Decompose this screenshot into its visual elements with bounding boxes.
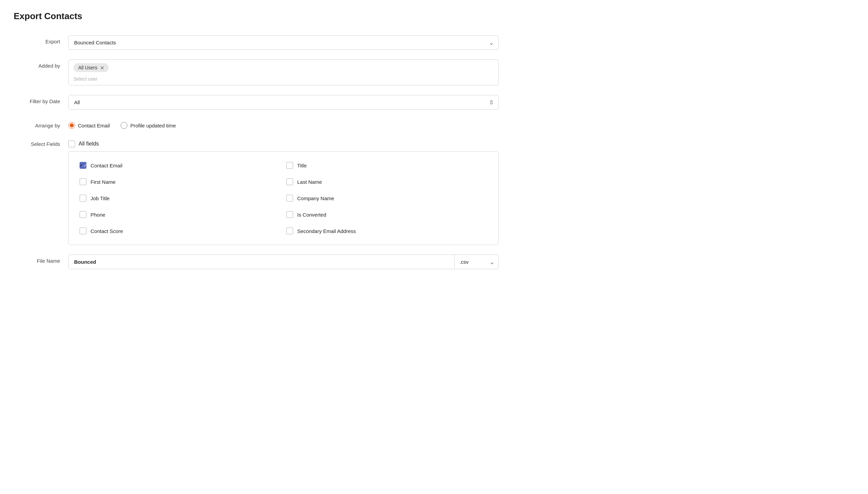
export-control: Bounced Contacts All Contacts Unsubscrib… bbox=[68, 35, 499, 50]
field-secondary-email-label: Secondary Email Address bbox=[297, 228, 356, 234]
arrange-by-label: Arrange by bbox=[14, 119, 68, 128]
select-user-placeholder: Select user bbox=[73, 76, 494, 82]
field-contact-email-checkbox[interactable]: ✓ bbox=[80, 162, 86, 169]
field-job-title: Job Title bbox=[77, 190, 284, 206]
select-fields-label: Select Fields bbox=[14, 138, 68, 147]
all-users-tag: All Users ✕ bbox=[73, 63, 109, 72]
field-first-name-label: First Name bbox=[91, 179, 115, 185]
field-first-name: First Name bbox=[77, 174, 284, 190]
field-contact-score-checkbox[interactable] bbox=[80, 228, 86, 234]
filter-date-select-wrapper: All Today This Week This Month Custom Ra… bbox=[68, 95, 499, 110]
added-by-label: Added by bbox=[14, 59, 68, 69]
extension-select[interactable]: .csv .xlsx .xls bbox=[454, 255, 499, 269]
export-contacts-page: Export Contacts Export Bounced Contacts … bbox=[0, 0, 512, 299]
all-users-tag-close[interactable]: ✕ bbox=[100, 65, 105, 70]
extension-select-wrapper: .csv .xlsx .xls ⌄ bbox=[454, 255, 499, 269]
added-by-control: All Users ✕ Select user bbox=[68, 59, 499, 85]
field-company-name-label: Company Name bbox=[297, 195, 334, 201]
field-job-title-label: Job Title bbox=[91, 195, 110, 201]
arrange-by-radio-group: Contact Email Profile updated time bbox=[68, 119, 499, 129]
field-is-converted: Is Converted bbox=[284, 206, 490, 223]
select-fields-control: All fields ✓ Contact Email Title bbox=[68, 138, 499, 245]
field-last-name: Last Name bbox=[284, 174, 490, 190]
export-select[interactable]: Bounced Contacts All Contacts Unsubscrib… bbox=[68, 35, 499, 50]
filter-date-select[interactable]: All Today This Week This Month Custom Ra… bbox=[68, 95, 499, 110]
field-company-name-checkbox[interactable] bbox=[286, 195, 293, 202]
field-job-title-checkbox[interactable] bbox=[80, 195, 86, 202]
field-first-name-checkbox[interactable] bbox=[80, 178, 86, 185]
arrange-profile-updated-radio[interactable] bbox=[121, 122, 127, 129]
arrange-by-control: Contact Email Profile updated time bbox=[68, 119, 499, 129]
arrange-profile-updated-label[interactable]: Profile updated time bbox=[121, 122, 176, 129]
field-is-converted-checkbox[interactable] bbox=[286, 211, 293, 218]
arrange-contact-email-label[interactable]: Contact Email bbox=[68, 122, 110, 129]
arrange-contact-email-radio[interactable] bbox=[68, 122, 75, 129]
fields-box: ✓ Contact Email Title First Name bbox=[68, 151, 499, 245]
arrange-contact-email-text: Contact Email bbox=[78, 123, 110, 128]
all-fields-row: All fields bbox=[68, 138, 499, 147]
field-contact-score-label: Contact Score bbox=[91, 228, 123, 234]
fields-grid: ✓ Contact Email Title First Name bbox=[77, 157, 490, 239]
field-title-checkbox[interactable] bbox=[286, 162, 293, 169]
all-fields-checkbox[interactable] bbox=[68, 140, 75, 147]
field-last-name-checkbox[interactable] bbox=[286, 178, 293, 185]
page-title: Export Contacts bbox=[14, 11, 499, 22]
file-name-row: File Name .csv .xlsx .xls ⌄ bbox=[14, 255, 499, 269]
filter-by-date-label: Filter by Date bbox=[14, 95, 68, 104]
export-row: Export Bounced Contacts All Contacts Uns… bbox=[14, 35, 499, 50]
field-secondary-email-checkbox[interactable] bbox=[286, 228, 293, 234]
all-fields-label: All fields bbox=[79, 141, 99, 147]
field-contact-email-label: Contact Email bbox=[91, 163, 122, 168]
filter-by-date-control: All Today This Week This Month Custom Ra… bbox=[68, 95, 499, 110]
export-select-wrapper: Bounced Contacts All Contacts Unsubscrib… bbox=[68, 35, 499, 50]
export-label: Export bbox=[14, 35, 68, 44]
file-name-label: File Name bbox=[14, 255, 68, 264]
select-fields-row: Select Fields All fields ✓ Contact Email… bbox=[14, 138, 499, 245]
filter-by-date-row: Filter by Date All Today This Week This … bbox=[14, 95, 499, 110]
field-is-converted-label: Is Converted bbox=[297, 212, 326, 218]
field-secondary-email: Secondary Email Address bbox=[284, 223, 490, 239]
field-company-name: Company Name bbox=[284, 190, 490, 206]
field-phone-checkbox[interactable] bbox=[80, 211, 86, 218]
filename-row: .csv .xlsx .xls ⌄ bbox=[68, 255, 499, 269]
file-name-input[interactable] bbox=[68, 255, 454, 269]
arrange-profile-updated-text: Profile updated time bbox=[130, 123, 176, 128]
arrange-by-row: Arrange by Contact Email Profile updated… bbox=[14, 119, 499, 129]
added-by-input-box[interactable]: All Users ✕ Select user bbox=[68, 59, 499, 85]
field-phone-label: Phone bbox=[91, 212, 105, 218]
field-phone: Phone bbox=[77, 206, 284, 223]
field-contact-email: ✓ Contact Email bbox=[77, 157, 284, 174]
field-last-name-label: Last Name bbox=[297, 179, 322, 185]
field-title-label: Title bbox=[297, 163, 307, 168]
field-title: Title bbox=[284, 157, 490, 174]
added-by-row: Added by All Users ✕ Select user bbox=[14, 59, 499, 85]
all-users-tag-label: All Users bbox=[78, 65, 97, 70]
file-name-control: .csv .xlsx .xls ⌄ bbox=[68, 255, 499, 269]
field-contact-score: Contact Score bbox=[77, 223, 284, 239]
